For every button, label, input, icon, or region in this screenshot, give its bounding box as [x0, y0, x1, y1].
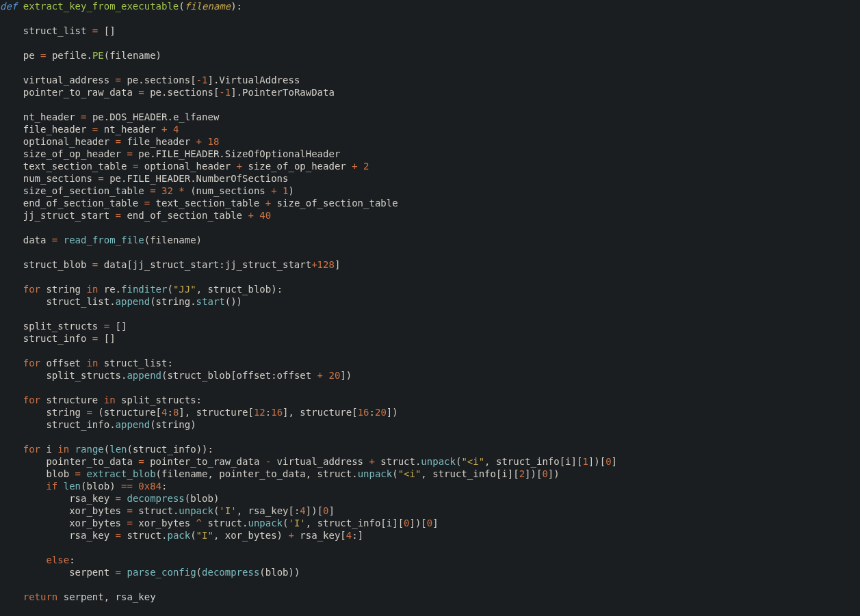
code-token: (	[104, 444, 109, 455]
code-token: pefile.	[46, 50, 92, 61]
code-token: jj_struct_start	[0, 210, 116, 221]
code-token: :	[265, 407, 271, 418]
code-token: len	[109, 444, 127, 455]
code-token: split_structs.	[0, 370, 127, 381]
code-token	[277, 185, 283, 196]
code-line: xor_bytes = xor_bytes ^ struct.unpack('I…	[0, 518, 439, 528]
code-block: def extract_key_from_executable(filename…	[0, 0, 860, 603]
code-line: for structure in split_structs:	[0, 394, 202, 405]
code-token: +	[288, 530, 294, 541]
code-token: pointer_to_raw_data	[144, 456, 265, 467]
code-token	[0, 358, 23, 369]
code-token: struct.	[202, 518, 248, 528]
code-token: =	[104, 321, 109, 332]
code-token: +	[196, 136, 202, 147]
code-token: data[jj_struct_start:jj_struct_start	[98, 259, 311, 270]
code-token: (	[190, 530, 196, 541]
code-token: pe.FILE_HEADER.SizeOfOptionalHeader	[133, 148, 340, 159]
code-token: =	[138, 87, 144, 98]
code-line: split_structs = []	[0, 321, 127, 332]
code-token: "<i"	[461, 456, 484, 467]
code-line: struct_blob = data[jj_struct_start:jj_st…	[0, 259, 340, 270]
code-token: -1	[196, 75, 208, 85]
code-token: -1	[219, 87, 231, 98]
code-token: pe	[0, 50, 40, 61]
code-token: nt_header	[98, 124, 161, 135]
code-line: virtual_address = pe.sections[-1].Virtua…	[0, 75, 300, 85]
code-token: ]	[612, 456, 617, 467]
code-token: size_of_section_table	[0, 185, 150, 196]
code-token: 0x84	[138, 481, 161, 492]
code-token: ])	[387, 407, 398, 418]
code-token: []	[98, 25, 115, 36]
code-token: struct_list:	[98, 358, 173, 369]
code-token: (filename)	[144, 235, 202, 245]
code-line: text_section_table = optional_header + s…	[0, 161, 369, 172]
code-token: PE	[92, 50, 104, 61]
code-token: 1	[582, 456, 588, 467]
code-token: 16	[358, 407, 369, 418]
code-token: (struct_info)):	[127, 444, 213, 455]
code-token: blob	[0, 468, 75, 479]
code-token: ):	[231, 1, 242, 12]
code-line: pointer_to_raw_data = pe.sections[-1].Po…	[0, 87, 335, 98]
code-token: rsa_key	[0, 493, 116, 504]
code-token: for	[23, 444, 40, 455]
code-line: for i in range(len(struct_info)):	[0, 444, 213, 455]
code-token: filename	[185, 1, 231, 12]
code-token: =	[138, 456, 144, 467]
code-token: ])	[548, 468, 560, 479]
code-token: ])	[340, 370, 352, 381]
code-token: text_section_table	[150, 198, 265, 209]
code-token	[0, 481, 46, 492]
code-token: virtual_address	[271, 456, 369, 467]
code-token: append	[116, 419, 151, 430]
code-token: parse_config	[127, 567, 196, 578]
code-token: decompress	[127, 493, 184, 504]
code-token: )	[289, 185, 294, 196]
code-token: +	[352, 161, 357, 172]
code-token: 128	[317, 259, 335, 270]
code-token: serpent, rsa_key	[57, 591, 155, 602]
code-token: append	[127, 370, 161, 381]
code-token: ]	[335, 259, 340, 270]
code-token: ])[	[525, 468, 542, 479]
code-token: ])[	[588, 456, 605, 467]
code-line: size_of_section_table = 32 * (num_sectio…	[0, 185, 294, 196]
code-token: unpack	[358, 468, 393, 479]
code-token: virtual_address	[0, 75, 116, 85]
code-token: (	[392, 468, 398, 479]
code-token: , struct_info[i][	[421, 468, 519, 479]
code-token: (structure[	[92, 407, 161, 418]
code-line: jj_struct_start = end_of_section_table +…	[0, 210, 271, 221]
code-token: =	[116, 210, 121, 221]
code-token: , struct_info[i][	[306, 518, 404, 528]
code-token: unpack	[421, 456, 456, 467]
code-token: in	[57, 444, 69, 455]
code-token: in	[86, 284, 98, 295]
code-token: end_of_section_table	[121, 210, 248, 221]
code-token: =	[116, 530, 121, 541]
code-line: struct_info = []	[0, 333, 116, 344]
code-token: pe.DOS_HEADER.e_lfanew	[86, 111, 219, 122]
code-token: struct_list	[0, 25, 92, 36]
code-token	[358, 161, 363, 172]
code-token: optional_header	[0, 136, 116, 147]
code-token	[167, 124, 172, 135]
code-token: split_structs:	[116, 394, 202, 405]
code-token: string	[40, 284, 86, 295]
code-token: ]	[432, 518, 438, 528]
code-token: :	[69, 554, 75, 565]
code-token: (	[196, 567, 202, 578]
code-token: 0	[427, 518, 432, 528]
code-token: (string)	[150, 419, 196, 430]
code-token: =	[116, 493, 121, 504]
code-token: =	[86, 407, 92, 418]
code-token: +	[237, 161, 242, 172]
code-token: ], structure[	[283, 407, 358, 418]
code-token: optional_header	[138, 161, 236, 172]
code-token: pack	[167, 530, 190, 541]
code-token: finditer	[121, 284, 167, 295]
code-token: if	[46, 481, 57, 492]
code-line: pe = pefile.PE(filename)	[0, 50, 161, 61]
